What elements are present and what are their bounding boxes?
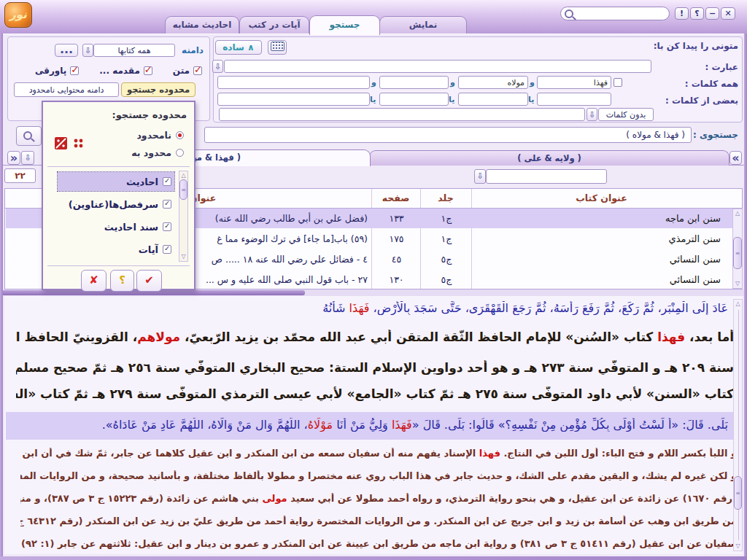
result-filter-dropdown-arrow[interactable]: ⇩ <box>474 169 486 184</box>
window-frame-right <box>744 34 747 560</box>
column-header-book[interactable]: عنوان کتاب <box>471 189 732 208</box>
domain-dropdown-arrow[interactable]: ⇩ <box>82 44 93 57</box>
table-scrollbar-thumb[interactable]: ≡ <box>733 237 742 269</box>
checkbox-checked-icon <box>70 66 79 75</box>
range-item-isnad[interactable]: سند احادیث <box>58 217 174 236</box>
all-words-checkbox[interactable] <box>614 78 622 87</box>
nav-dropdown-arrow[interactable]: ⇩ <box>21 151 34 165</box>
popup-divider <box>47 265 190 266</box>
app-window: نور ! ؟ − ✕ نمایش جستجو آیات در کتب احاد… <box>0 0 747 560</box>
grip-icon: ≡ <box>181 187 186 193</box>
without-words-dropdown-arrow[interactable]: ⇩ <box>587 108 597 121</box>
cell-volume: ج١ <box>421 229 472 249</box>
chevrons-right-icon: « <box>10 151 18 165</box>
window-frame-bottom <box>0 556 747 560</box>
nav-back-button[interactable]: « <box>7 151 20 165</box>
confirm-icon: ✔ <box>144 273 154 287</box>
range-item-label: سند احادیث <box>104 222 158 233</box>
some-words-input-1[interactable] <box>537 93 611 106</box>
tab-similar-hadiths[interactable]: احادیث مشابه <box>165 16 239 34</box>
domain-more-button[interactable]: ... <box>55 44 78 57</box>
cell-book: سنن ابن ماجه <box>472 209 732 228</box>
tab-display[interactable]: نمایش <box>379 16 467 34</box>
hadith-line: عَادَ إِلَى الْمِنْبَرِ، ثُمَّ رَكَعَ، ث… <box>26 301 728 315</box>
close-icon: ✕ <box>724 9 731 18</box>
column-header-volume[interactable]: جلد <box>420 189 471 208</box>
cell-page: ١٧٥ <box>372 229 421 249</box>
alert-button[interactable]: ! <box>675 7 689 20</box>
result-filter-field[interactable] <box>486 169 607 184</box>
some-words-input-2[interactable] <box>458 93 528 106</box>
chevron-up-icon: ∧ <box>247 42 255 52</box>
virtual-keyboard-button[interactable] <box>268 40 287 55</box>
minimize-button[interactable]: − <box>705 7 719 20</box>
or-separator: یا <box>449 95 454 104</box>
checkbox-checked-icon <box>163 200 171 209</box>
without-words-selector[interactable]: بدون کلمات <box>598 108 654 121</box>
help-button[interactable]: ؟ <box>110 270 134 292</box>
without-words-input[interactable] <box>219 108 585 121</box>
help-button[interactable]: ؟ <box>690 7 704 20</box>
domain-selector[interactable]: همه کتابها <box>93 44 175 57</box>
titlebar-search-box[interactable] <box>560 7 670 20</box>
all-words-input-3[interactable] <box>379 76 449 89</box>
cell-book: سنن الترمذي <box>472 229 732 249</box>
scroll-up-icon[interactable]: △ <box>733 210 742 217</box>
question-icon: ؟ <box>119 273 125 287</box>
scope-intro-checkbox[interactable]: مقدمه ... <box>99 66 152 76</box>
all-words-input-4[interactable] <box>217 76 370 89</box>
phrase-input[interactable] <box>224 60 651 73</box>
checkbox-checked-icon <box>163 177 171 186</box>
range-item-hadiths[interactable]: احادیث <box>58 172 174 191</box>
result-tab-previous[interactable]: ( ولایه & علی ) <box>369 150 729 166</box>
titlebar-search-input[interactable] <box>576 8 666 20</box>
current-search-display: ( فهذا & مولاه ) <box>204 127 692 143</box>
cancel-icon: ✘ <box>89 273 98 287</box>
checkbox-checked-icon <box>144 66 152 75</box>
popup-scrollbar-thumb[interactable]: ≡ <box>179 179 187 200</box>
popup-scrollbar[interactable]: △ ≡ ▽ <box>179 171 188 262</box>
tab-verses-in-books[interactable]: آیات در کتب <box>239 16 309 34</box>
some-words-input-4[interactable] <box>217 93 370 106</box>
cancel-button[interactable]: ✘ <box>81 270 107 292</box>
scroll-down-icon[interactable]: ▽ <box>733 280 742 287</box>
text-viewer: عَادَ إِلَى الْمِنْبَرِ، ثُمَّ رَكَعَ، ث… <box>4 296 743 554</box>
and-separator: و <box>371 78 376 88</box>
invert-selection-button[interactable] <box>54 136 68 150</box>
ellipsis-icon: ... <box>60 42 73 56</box>
phrase-dropdown-arrow[interactable]: ⇩ <box>212 60 223 73</box>
dots-grid-icon <box>71 136 85 150</box>
scope-footnote-checkbox[interactable]: پاورقی <box>35 66 79 76</box>
simple-mode-button[interactable]: ∧ ساده <box>215 40 262 55</box>
all-words-input-1[interactable] <box>537 76 611 89</box>
tab-search[interactable]: جستجو <box>309 15 380 35</box>
scope-text-checkbox[interactable]: متن <box>173 66 202 76</box>
confirm-button[interactable]: ✔ <box>136 270 162 292</box>
commentary-line: سنة ٢٠٩ هـ و المتوفّي سنة ٢٧٣ هـ و هو أح… <box>16 360 734 375</box>
checkbox-checked-icon <box>163 222 171 231</box>
scroll-up-icon[interactable]: △ <box>734 300 742 308</box>
reader-scrollbar[interactable]: △ ≡ ▽ <box>733 299 743 551</box>
range-item-verses[interactable]: آیات <box>58 240 174 259</box>
all-words-input-2[interactable] <box>458 76 528 89</box>
column-header-page[interactable]: صفحه <box>371 189 420 208</box>
search-range-button[interactable]: محدوده جستجو <box>121 82 196 97</box>
run-search-button[interactable] <box>16 126 42 146</box>
scroll-down-icon[interactable]: ▽ <box>179 253 187 260</box>
scroll-down-icon[interactable]: ▽ <box>734 542 742 550</box>
reader-scrollbar-thumb[interactable]: ≡ <box>734 476 742 510</box>
radio-limited-to[interactable]: محدود به <box>131 147 184 158</box>
radio-unlimited[interactable]: نامحدود <box>136 130 184 141</box>
range-item-headings[interactable]: سرفصل‌ها(عناوین) <box>58 195 174 214</box>
footnote-line: من طريق ابن وهب عن أسامة بن زيد و ابن جر… <box>20 516 737 526</box>
radio-unselected-icon <box>176 149 184 157</box>
some-words-input-3[interactable] <box>379 93 449 106</box>
close-button[interactable]: ✕ <box>721 7 735 20</box>
table-scrollbar[interactable]: △ ≡ ▽ <box>732 209 743 289</box>
domain-label: دامنه <box>182 45 204 55</box>
scroll-up-icon[interactable]: △ <box>179 172 187 179</box>
search-for-label: جستجوی : <box>693 130 738 140</box>
tabs-overflow-button[interactable]: » <box>729 151 742 165</box>
select-all-button[interactable] <box>71 136 85 150</box>
grip-icon: ≡ <box>735 250 740 257</box>
